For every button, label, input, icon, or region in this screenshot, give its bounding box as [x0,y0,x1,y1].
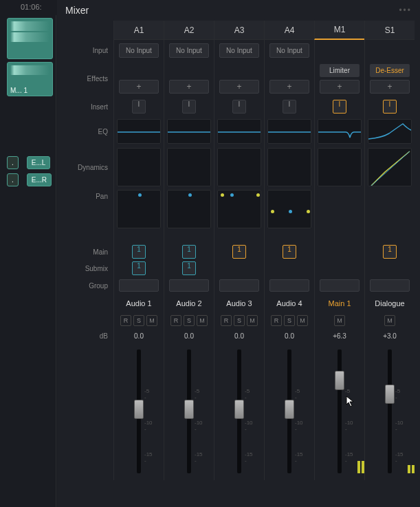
eq-graph[interactable] [217,119,261,144]
channel-name[interactable]: Audio 2 [173,296,204,310]
s-button[interactable]: S [234,315,245,326]
track-tag[interactable]: . [7,156,19,169]
track-tag[interactable]: . [7,173,19,186]
input-selector[interactable]: No Input [269,43,309,58]
fader-handle[interactable] [385,385,395,404]
insert-button[interactable]: I [182,100,196,114]
r-button[interactable]: R [221,315,232,326]
group-slot[interactable] [219,279,259,292]
channel-header-A2[interactable]: A2 [164,21,214,40]
timecode: 01:06: [21,3,42,11]
eq-graph[interactable] [267,119,311,144]
insert-button[interactable]: I [333,100,346,114]
track-tag[interactable]: E...R [27,173,52,186]
channel-header-A1[interactable]: A1 [113,21,164,40]
effect-slot[interactable]: Limiter [320,64,360,77]
s-button[interactable]: S [284,315,295,326]
channel-header-S1[interactable]: S1 [364,21,415,40]
group-slot[interactable] [370,279,410,292]
group-slot[interactable] [269,279,309,292]
channel-header-M1[interactable]: M1 [314,21,364,40]
fader-handle[interactable] [335,371,344,390]
db-readout: 0.0 [183,331,195,341]
panel-title: Mixer [65,5,89,16]
dynamics-graph[interactable] [167,148,211,186]
add-effect-button[interactable]: + [119,80,159,94]
effect-slot[interactable]: De-Esser [370,64,410,77]
r-button[interactable]: R [120,315,131,326]
m-button[interactable]: M [247,315,258,326]
insert-button[interactable]: I [383,100,397,114]
add-effect-button[interactable]: + [219,80,259,94]
waveform-icon [10,21,49,31]
db-readout: 0.0 [283,331,296,341]
db-readout: 0.0 [233,331,245,341]
m-button[interactable]: M [384,315,395,326]
insert-button[interactable]: I [232,100,246,114]
add-effect-button[interactable]: + [370,80,410,94]
dynamics-graph[interactable] [217,148,261,186]
s-button[interactable]: S [184,315,195,326]
pan-control[interactable] [117,190,161,228]
audio-clip[interactable] [7,18,53,59]
s-button[interactable]: S [133,315,144,326]
fader-handle[interactable] [184,400,194,419]
fader-handle[interactable] [134,400,144,419]
pan-control[interactable] [217,190,261,228]
group-slot[interactable] [320,279,360,292]
main-assign-button[interactable]: 1 [383,245,397,259]
waveform-icon [10,32,49,42]
add-effect-button[interactable]: + [269,80,309,94]
timeline-sidebar: M... 1 .E...L .E...R [0,15,56,507]
track-tag[interactable]: E...L [27,156,51,169]
audio-clip[interactable]: M... 1 [7,62,53,96]
fader-handle[interactable] [285,400,294,419]
eq-graph[interactable] [318,119,362,144]
options-icon[interactable]: ••• [399,6,412,15]
clip-label: M... 1 [10,87,27,94]
channel-header-A3[interactable]: A3 [214,21,264,40]
channel-name[interactable]: Audio 3 [223,296,254,310]
main-assign-button[interactable]: 1 [283,245,296,259]
fader-handle[interactable] [234,400,244,419]
db-readout: +6.3 [331,331,348,341]
main-assign-button[interactable]: 1 [232,245,246,259]
submix-assign-button[interactable]: 1 [182,261,196,275]
pan-control[interactable] [267,190,311,228]
fader-track[interactable] [388,349,392,473]
m-button[interactable]: M [146,315,157,326]
add-effect-button[interactable]: + [320,80,360,94]
dynamics-graph[interactable] [117,148,161,186]
input-selector[interactable]: No Input [219,43,259,58]
input-selector[interactable]: No Input [119,43,159,58]
submix-assign-button[interactable]: 1 [132,261,146,275]
db-readout: 0.0 [133,331,145,341]
dynamics-graph[interactable] [368,148,412,186]
group-slot[interactable] [119,279,159,292]
eq-graph[interactable] [368,119,412,144]
m-button[interactable]: M [297,315,308,326]
eq-graph[interactable] [117,119,161,144]
dynamics-graph[interactable] [267,148,311,186]
r-button[interactable]: R [170,315,181,326]
channel-name[interactable]: Dialogue [372,296,407,310]
insert-button[interactable]: I [283,100,296,114]
channel-name[interactable]: Audio 1 [123,296,154,310]
pan-control[interactable] [167,190,211,228]
m-button[interactable]: M [197,315,208,326]
insert-button[interactable]: I [132,100,146,114]
dynamics-graph[interactable] [318,148,362,186]
channel-name[interactable]: Main 1 [325,296,353,310]
main-assign-button[interactable]: 1 [182,245,196,259]
m-button[interactable]: M [334,315,345,326]
fader-track[interactable] [338,349,342,473]
group-slot[interactable] [169,279,209,292]
eq-graph[interactable] [167,119,211,144]
mixer-panel: Mixer ••• A1A2A3A4M1S1InputNo InputNo In… [57,0,420,507]
r-button[interactable]: R [271,315,282,326]
input-selector[interactable]: No Input [169,43,209,58]
main-assign-button[interactable]: 1 [132,245,146,259]
add-effect-button[interactable]: + [169,80,209,94]
channel-header-A4[interactable]: A4 [264,21,314,40]
channel-name[interactable]: Audio 4 [274,296,305,310]
